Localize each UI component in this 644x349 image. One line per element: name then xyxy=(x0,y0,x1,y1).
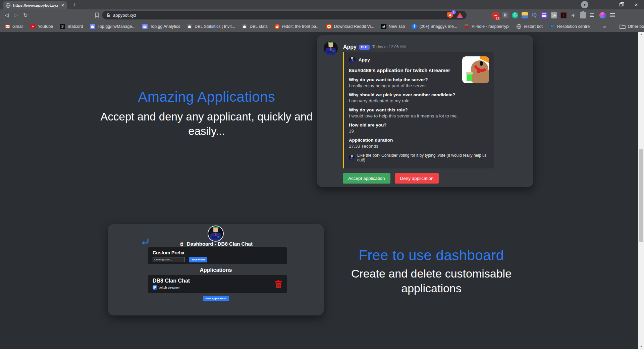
hero-applications-subtitle: Accept and deny any applicant, quickly a… xyxy=(86,110,327,139)
bookmark-youtube[interactable]: Youtube xyxy=(30,24,53,29)
field-value: 27.33 seconds xyxy=(349,144,488,149)
gmail-icon xyxy=(5,24,10,29)
bookmarks-bar: Gmail Youtube S Statcord Top.gg/InvManag… xyxy=(0,21,644,32)
window-controls: ▾ ✕ xyxy=(581,0,644,9)
url-text: appybot.xyz xyxy=(113,13,439,18)
server-crest-icon xyxy=(179,241,184,247)
field-name: How old are you? xyxy=(349,122,488,128)
hero-dashboard-title: Free to use dashboard xyxy=(337,247,525,263)
field-name: Application duration xyxy=(349,138,488,143)
hero-applications-title: Amazing Applications xyxy=(86,89,327,105)
prefix-input[interactable] xyxy=(153,257,185,262)
bookmarks-overflow-chevron[interactable]: » xyxy=(603,23,606,29)
profile-avatar[interactable] xyxy=(599,12,606,18)
lastpass-icon[interactable]: ••• 22 xyxy=(492,12,499,18)
bookmark-statcord[interactable]: S Statcord xyxy=(60,24,83,29)
dashboard-title-row: Dashboard - DB8 Clan Chat xyxy=(108,241,324,247)
downloader-icon[interactable]: ↓ xyxy=(560,12,567,18)
tab-close-icon[interactable]: ✕ xyxy=(61,3,64,8)
tab-strip: https://www.appybot.xyz ✕ + ▾ ✕ xyxy=(0,0,644,9)
bookmark-resolution-centre[interactable]: P Resolution centre xyxy=(549,24,590,29)
field-name: Why do you want this role? xyxy=(349,107,488,112)
nav-bar: ◁ ▷ ↻ appybot.xyz 1 ••• 22 h G IQ 1b ↓ ✈ xyxy=(0,9,644,21)
accept-application-button[interactable]: Accept application xyxy=(343,173,390,184)
page-scrollbar[interactable]: ▲ ▼ xyxy=(638,32,644,349)
iq-extension-icon[interactable]: IQ xyxy=(531,12,538,18)
tab-title: https://www.appybot.xyz xyxy=(13,3,59,7)
close-button[interactable]: ✕ xyxy=(629,0,644,9)
lastpass-badge: 22 xyxy=(495,17,500,20)
bookmark-facebook[interactable]: f (20+) Shaggys me... xyxy=(412,24,457,29)
address-bar[interactable]: appybot.xyz 1 xyxy=(102,11,467,19)
field-value: I would love to help this server as it m… xyxy=(349,113,488,118)
scrollbar-thumb[interactable] xyxy=(639,149,643,242)
brave-shield-icon[interactable]: 1 xyxy=(447,12,454,18)
grammarly-icon[interactable]: G xyxy=(512,12,518,18)
field-name: Why should we pick you over another cand… xyxy=(349,92,488,97)
save-prefix-button[interactable]: Save Prefix xyxy=(189,257,207,262)
browser-tab[interactable]: https://www.appybot.xyz ✕ xyxy=(3,1,67,9)
scroll-up-icon[interactable]: ▲ xyxy=(638,32,644,37)
embed-fields: Why do you want to help the server? I re… xyxy=(349,77,488,149)
extensions-row: ••• 22 h G IQ 1b ↓ ✈ xyxy=(492,9,615,21)
raspberry-icon xyxy=(464,24,469,29)
hero-dashboard: Free to use dashboard Create and delete … xyxy=(337,247,525,296)
bookmark-topgg-invmanage[interactable]: Top.gg/InvManage... xyxy=(90,24,136,29)
tab-favicon-globe-icon xyxy=(5,3,11,8)
new-tab-button[interactable]: + xyxy=(70,1,78,9)
menu-icon[interactable] xyxy=(609,12,615,18)
deny-application-button[interactable]: Deny application xyxy=(395,173,439,184)
youtube-icon xyxy=(30,24,36,29)
playlist-icon[interactable] xyxy=(590,12,596,18)
back-button[interactable]: ◁ xyxy=(2,9,11,21)
message-header: Appy BOT Today at 12:06 AM xyxy=(343,44,406,50)
field-value: 19 xyxy=(349,129,488,134)
discord-message-card: Appy BOT Today at 12:06 AM Appy 8au#0489… xyxy=(317,35,533,187)
paypal-icon: P xyxy=(549,24,555,29)
bookmark-dbl-statistics[interactable]: DBL Statistics | Invit... xyxy=(187,24,235,29)
bookmark-topgg-analytics[interactable]: Top.gg Analytics xyxy=(142,24,180,29)
brave-rewards-icon[interactable] xyxy=(457,12,463,18)
bookmark-pihole[interactable]: Pi-hole - raspberrypi xyxy=(464,24,509,29)
footer-avatar xyxy=(349,155,355,161)
lock-icon xyxy=(106,13,110,17)
stealth-plane-icon[interactable]: ✈ xyxy=(570,11,578,19)
forward-button[interactable]: ▷ xyxy=(11,9,21,21)
applications-heading: Applications xyxy=(108,267,324,273)
page-content: Amazing Applications Accept and deny any… xyxy=(0,32,644,349)
bookmark-tiktok[interactable]: New Tab xyxy=(381,24,405,29)
field-value: I really enjoy being a part of the serve… xyxy=(349,83,488,88)
other-bookmarks-button[interactable]: Other bookmarks xyxy=(620,24,644,29)
bookmark-reddit[interactable]: reddit: the front pa... xyxy=(274,24,320,29)
reload-button[interactable]: ↻ xyxy=(21,9,30,21)
server-avatar xyxy=(208,226,224,242)
dbl-robot-icon xyxy=(187,24,192,29)
facebook-icon: f xyxy=(412,24,417,29)
reddit-downloader-icon xyxy=(326,24,332,29)
restore-button[interactable] xyxy=(613,0,629,9)
bookmark-gmail[interactable]: Gmail xyxy=(5,24,23,29)
field-value: I am very dedicated to my role. xyxy=(349,98,488,103)
honey-icon[interactable]: h xyxy=(502,12,508,18)
bookmark-flag-icon[interactable] xyxy=(95,12,99,18)
tab-search-button[interactable]: ▾ xyxy=(581,1,588,8)
minimize-button[interactable] xyxy=(598,0,613,9)
embed-author-name: Appy xyxy=(359,57,370,62)
shield-badge: 1 xyxy=(451,10,456,14)
new-application-button[interactable]: New application xyxy=(203,296,229,301)
bot-avatar xyxy=(324,41,338,55)
custom-prefix-panel: Custom Prefix: Save Prefix xyxy=(148,247,287,264)
bookmark-dbl-stats[interactable]: DBL stats xyxy=(242,24,268,29)
extensions-puzzle-icon[interactable] xyxy=(580,12,586,18)
delete-trash-icon[interactable] xyxy=(275,280,282,288)
hero-applications: Amazing Applications Accept and deny any… xyxy=(86,89,327,139)
bot-badge: BOT xyxy=(359,45,370,50)
application-role: twitch streamer xyxy=(159,286,180,289)
video-clapper-icon[interactable] xyxy=(541,12,547,18)
scroll-down-icon[interactable]: ▼ xyxy=(638,344,644,349)
1b-extension-icon[interactable]: 1b xyxy=(551,12,557,18)
screenshot-tool-icon[interactable] xyxy=(522,12,528,18)
bookmark-restart-bot[interactable]: restart bot xyxy=(516,24,543,29)
bookmark-reddit-downloader[interactable]: Download Reddit Vi... xyxy=(326,24,374,29)
tiktok-icon xyxy=(381,24,386,29)
